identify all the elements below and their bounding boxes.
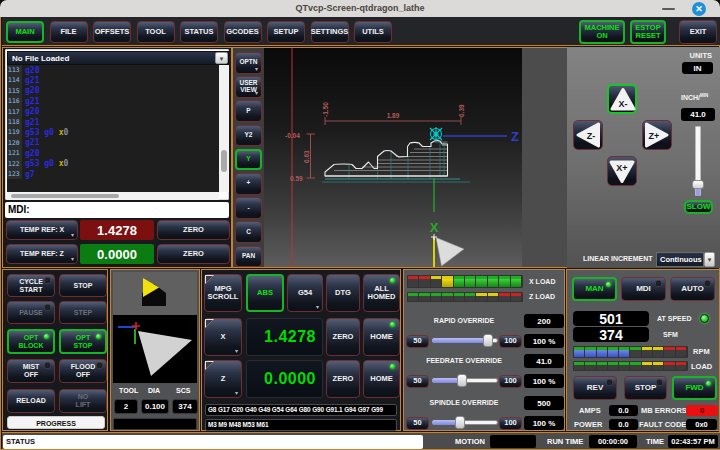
stop-button[interactable]: STOP — [59, 274, 107, 297]
gfx-button-y2[interactable]: Y2 — [235, 125, 262, 147]
man-mode-button[interactable]: MAN — [572, 277, 617, 301]
jog-x-minus-button[interactable]: X- — [607, 84, 637, 114]
dro-panel: MPG SCROLL ABS G54 ▾ DTG ALL HOMED X ▾ 1… — [201, 269, 401, 431]
opt-block-button[interactable]: OPT BLOCK — [7, 329, 55, 354]
gcode-line-text: g20 — [22, 66, 39, 75]
button-led-icon — [44, 334, 49, 339]
tab-offsets[interactable]: OFFSETS — [93, 21, 131, 43]
mist-off-button[interactable]: MIST OFF — [7, 359, 55, 383]
tab-label: FILE — [60, 28, 76, 36]
rpm-label: RPM — [693, 347, 710, 356]
at-speed-led-icon — [700, 314, 709, 323]
override-min-button[interactable]: 50 — [406, 335, 429, 348]
home-x-button[interactable]: HOME — [363, 318, 400, 356]
tab-main[interactable]: MAIN — [6, 21, 44, 43]
tab-setup[interactable]: SETUP — [267, 21, 305, 43]
jog-slider-fill — [696, 189, 700, 196]
gcode-vscroll-handle[interactable] — [221, 150, 227, 172]
zero-x-button[interactable]: ZERO — [157, 220, 230, 240]
qtdragon-lathe-screen: QTvcp-Screen-qtdragon_lathe ✕ MAINFILEOF… — [0, 0, 720, 450]
tab-tool[interactable]: TOOL — [137, 21, 175, 43]
machine-on-button[interactable]: MACHINE ON — [579, 20, 625, 44]
override-slider-handle[interactable] — [457, 374, 467, 387]
gfx-button-pan[interactable]: PAN — [235, 246, 262, 268]
gfx-button-user-view[interactable]: USER VIEW▾ — [235, 76, 262, 98]
reload-button[interactable]: RELOAD — [7, 389, 55, 413]
mpg-scroll-button[interactable]: MPG SCROLL — [204, 274, 242, 312]
override-max-button[interactable]: 100 — [499, 335, 522, 348]
spindle-stop-button[interactable]: STOP — [624, 376, 667, 400]
slow-button[interactable]: SLOW — [684, 200, 713, 214]
override-label: RAPID OVERRIDE — [404, 317, 524, 324]
override-slider-handle[interactable] — [483, 334, 493, 347]
gfx-button-optn[interactable]: OPTN▾ — [235, 52, 262, 74]
tab-status[interactable]: STATUS — [180, 21, 218, 43]
spindle-rev-button[interactable]: REV — [573, 376, 617, 400]
file-combobox[interactable]: No File Loaded ▾ — [7, 51, 229, 65]
bar-segment — [653, 362, 663, 370]
gcode-line-number: 123 — [7, 169, 22, 179]
gfx-button--[interactable]: + — [235, 173, 262, 195]
gcode-horizontal-scrollbar[interactable] — [7, 192, 219, 200]
linear-increment-combobox[interactable]: Continuous — [656, 252, 704, 267]
all-homed-button[interactable]: ALL HOMED — [363, 274, 400, 312]
auto-mode-button[interactable]: AUTO — [670, 277, 715, 301]
cycle-start-button[interactable]: CYCLE START — [7, 274, 55, 297]
jog-z-minus-button[interactable]: Z- — [573, 120, 603, 150]
step-button[interactable]: STEP — [59, 301, 107, 324]
tab-label: GCODES — [226, 28, 259, 36]
no-lift-button[interactable]: NO LIFT — [59, 389, 107, 413]
minimize-icon[interactable] — [662, 8, 675, 10]
temp-ref-x-button[interactable]: TEMP REF: X ▾ — [6, 220, 78, 240]
file-combobox-arrow-icon[interactable]: ▾ — [215, 52, 228, 64]
exit-button[interactable]: EXIT — [679, 20, 717, 44]
mdi-mode-button[interactable]: MDI — [621, 277, 666, 301]
home-z-button[interactable]: HOME — [363, 360, 400, 398]
override-max-button[interactable]: 100 — [499, 375, 522, 388]
flood-off-button[interactable]: FLOOD OFF — [59, 359, 107, 383]
gfx-button-c[interactable]: C — [235, 221, 262, 243]
bar-segment — [585, 362, 595, 370]
increment-combobox-arrow-icon[interactable]: ▾ — [704, 252, 715, 267]
abs-button[interactable]: ABS — [246, 274, 284, 312]
bar-segment — [465, 293, 475, 301]
estop-reset-label: ESTOP RESET — [632, 24, 664, 41]
gfx-button-y[interactable]: Y — [235, 149, 262, 171]
mdi-input[interactable]: MDI: — [5, 202, 229, 218]
tab-label: OFFSETS — [95, 28, 130, 36]
gfx-button-p[interactable]: P — [235, 100, 262, 122]
override-slider-handle[interactable] — [455, 416, 465, 429]
temp-ref-z-button[interactable]: TEMP REF: Z ▾ — [6, 244, 78, 264]
gcode-graphics-preview[interactable]: -1.50 1.89 0.39 -0.04 0.63 0.59 — [264, 48, 522, 267]
gcode-hscroll-handle[interactable] — [11, 194, 119, 198]
close-icon[interactable]: ✕ — [692, 2, 706, 16]
pause-button[interactable]: PAUSE — [7, 301, 55, 324]
gcode-vertical-scrollbar[interactable] — [219, 65, 229, 192]
zero-x-dro-button[interactable]: ZERO — [326, 318, 360, 356]
g54-button[interactable]: G54 ▾ — [287, 274, 323, 312]
spindle-panel: MAN MDI AUTO 501 AT SPEED 374 SFM RPM LO… — [566, 269, 720, 431]
jog-slider-handle[interactable] — [692, 180, 704, 189]
axis-z-button[interactable]: Z ▾ — [204, 360, 242, 398]
axis-x-button[interactable]: X ▾ — [204, 318, 242, 356]
override-min-button[interactable]: 50 — [406, 375, 429, 388]
gfx-button--[interactable]: - — [235, 197, 262, 219]
estop-reset-button[interactable]: ESTOP RESET — [630, 20, 666, 44]
spindle-fwd-button[interactable]: FWD — [672, 376, 717, 400]
zero-z-button[interactable]: ZERO — [157, 244, 230, 264]
override-min-button[interactable]: 50 — [406, 417, 429, 430]
dtg-button[interactable]: DTG — [326, 274, 360, 312]
override-max-button[interactable]: 100 — [499, 417, 522, 430]
bar-segment — [630, 347, 640, 357]
jog-x-plus-button[interactable]: X+ — [607, 156, 637, 186]
opt-stop-button[interactable]: OPT STOP — [59, 329, 107, 354]
tab-file[interactable]: FILE — [50, 21, 88, 43]
dim-width-right: 0.39 — [458, 104, 465, 117]
jog-z-plus-button[interactable]: Z+ — [642, 120, 672, 150]
tab-utils[interactable]: UTILS — [354, 21, 392, 43]
tab-settings[interactable]: SETTINGS — [311, 21, 349, 43]
override-percent-display: 100 % — [524, 374, 564, 388]
tab-gcodes[interactable]: GCODES — [224, 21, 262, 43]
zero-z-dro-button[interactable]: ZERO — [326, 360, 360, 398]
gcode-editor[interactable]: 113g20114g21115g20116g21117g20118g21119g… — [7, 65, 219, 192]
